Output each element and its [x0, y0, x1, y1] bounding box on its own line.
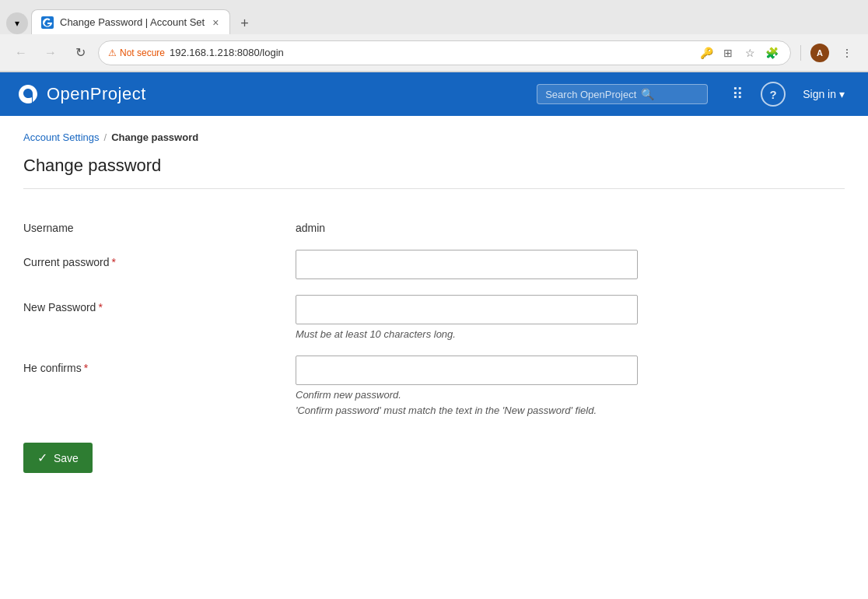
- security-warning: ⚠ Not secure: [108, 47, 165, 58]
- reload-button[interactable]: ↻: [68, 41, 92, 65]
- new-password-required: *: [98, 301, 102, 314]
- translate-icon[interactable]: ⊞: [719, 44, 737, 62]
- current-password-input[interactable]: [296, 250, 638, 279]
- logo-area: OpenProject: [16, 82, 146, 107]
- username-value: admin: [296, 215, 325, 234]
- tab-favicon: [41, 16, 54, 29]
- confirm-required: *: [84, 362, 88, 374]
- sign-in-label: Sign in: [803, 88, 836, 100]
- new-tab-button[interactable]: +: [233, 12, 255, 34]
- browser-chrome: ▾ Change Password | Account Set × + ← → …: [0, 0, 868, 72]
- current-password-required: *: [112, 256, 116, 268]
- header-search[interactable]: Search OpenProject 🔍: [537, 84, 708, 104]
- current-password-row: Current password*: [23, 242, 845, 287]
- help-button[interactable]: ?: [761, 82, 786, 107]
- key-icon[interactable]: 🔑: [697, 44, 716, 62]
- forward-button[interactable]: →: [39, 41, 62, 65]
- warning-icon: ⚠: [108, 47, 117, 58]
- new-password-field-wrap: Must be at least 10 characters long.: [296, 295, 845, 340]
- current-password-field-wrap: [296, 250, 845, 279]
- save-button[interactable]: ✓ Save: [23, 443, 93, 473]
- breadcrumb-separator: /: [104, 131, 107, 143]
- breadcrumb-current: Change password: [111, 131, 198, 143]
- form-actions: ✓ Save: [23, 443, 845, 473]
- bookmark-icon[interactable]: ☆: [740, 44, 759, 62]
- search-icon: 🔍: [641, 88, 654, 100]
- title-divider: [23, 188, 845, 189]
- tab-bar: ▾ Change Password | Account Set × +: [0, 0, 868, 34]
- breadcrumb: Account Settings / Change password: [23, 131, 845, 143]
- address-bar[interactable]: ⚠ Not secure 192.168.1.218:8080/login 🔑 …: [98, 40, 791, 65]
- address-actions: 🔑 ⊞ ☆ 🧩: [697, 44, 781, 62]
- tab-title: Change Password | Account Set: [60, 16, 205, 28]
- save-button-label: Save: [54, 452, 79, 464]
- browser-menu-button[interactable]: ⋮: [835, 41, 859, 65]
- extensions-icon[interactable]: 🧩: [762, 44, 781, 62]
- app-header: OpenProject Search OpenProject 🔍 ⠿ ? Sig…: [0, 72, 868, 116]
- save-check-icon: ✓: [37, 450, 47, 465]
- new-password-label: New Password*: [23, 295, 296, 314]
- change-password-form: Username admin Current password* New Pas…: [23, 208, 845, 424]
- confirm-hint-line1: Confirm new password.: [296, 389, 845, 401]
- tab-favicon-icon: [43, 18, 52, 27]
- confirm-password-input[interactable]: [296, 356, 638, 385]
- search-placeholder-text: Search OpenProject: [545, 89, 636, 100]
- confirm-hint-line2: 'Confirm password' must match the text i…: [296, 405, 845, 416]
- breadcrumb-parent-link[interactable]: Account Settings: [23, 131, 100, 143]
- tab-list-button[interactable]: ▾: [6, 12, 28, 34]
- app-container: OpenProject Search OpenProject 🔍 ⠿ ? Sig…: [0, 72, 868, 599]
- page-title: Change password: [23, 156, 845, 176]
- modules-button[interactable]: ⠿: [723, 80, 751, 108]
- new-password-row: New Password* Must be at least 10 charac…: [23, 287, 845, 348]
- browser-toolbar: ← → ↻ ⚠ Not secure 192.168.1.218:8080/lo…: [0, 34, 868, 72]
- confirm-password-row: He confirms* Confirm new password. 'Conf…: [23, 348, 845, 424]
- toolbar-separator: [800, 45, 801, 61]
- confirm-label: He confirms*: [23, 356, 296, 374]
- url-text: 192.168.1.218:8080/login: [170, 47, 692, 58]
- back-button[interactable]: ←: [9, 41, 33, 65]
- active-tab[interactable]: Change Password | Account Set ×: [31, 9, 230, 34]
- header-actions: ⠿ ? Sign in ▾: [723, 80, 852, 108]
- sign-in-chevron-icon: ▾: [839, 88, 845, 100]
- not-secure-label: Not secure: [120, 47, 165, 58]
- current-password-label: Current password*: [23, 250, 296, 268]
- confirm-password-field-wrap: Confirm new password. 'Confirm password'…: [296, 356, 845, 416]
- sign-in-button[interactable]: Sign in ▾: [795, 83, 852, 105]
- page-content: Account Settings / Change password Chang…: [0, 116, 868, 489]
- username-row: Username admin: [23, 208, 845, 242]
- username-label: Username: [23, 215, 296, 234]
- logo-text: OpenProject: [47, 84, 146, 104]
- tab-close-button[interactable]: ×: [211, 15, 220, 30]
- openproject-logo-icon: [16, 82, 40, 107]
- new-password-input[interactable]: [296, 295, 638, 324]
- profile-avatar[interactable]: A: [810, 44, 829, 62]
- new-password-hint: Must be at least 10 characters long.: [296, 328, 845, 340]
